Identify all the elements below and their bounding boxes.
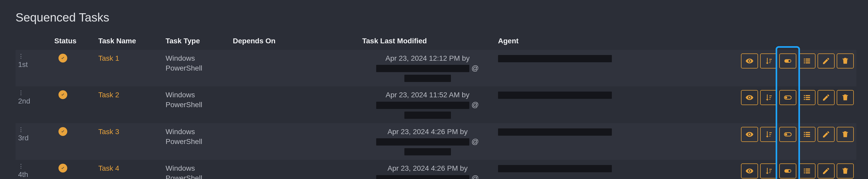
view-button[interactable] <box>741 163 758 178</box>
redacted-user <box>376 65 469 72</box>
svg-rect-30 <box>804 173 805 174</box>
sort-button[interactable] <box>760 127 777 142</box>
agent-cell <box>495 123 723 160</box>
svg-rect-26 <box>804 169 805 170</box>
depends-on-cell <box>230 86 360 123</box>
redacted-domain <box>404 75 451 82</box>
redacted-user <box>376 138 469 146</box>
edit-button[interactable] <box>817 163 835 178</box>
list-button[interactable] <box>798 90 815 105</box>
page-title: Sequenced Tasks <box>16 10 852 24</box>
view-button[interactable] <box>741 90 758 105</box>
svg-rect-14 <box>804 99 805 100</box>
toggle-button[interactable] <box>779 53 796 69</box>
order-label: 2nd <box>18 97 30 105</box>
order-label: 4th <box>18 171 28 178</box>
view-button[interactable] <box>741 127 758 142</box>
toggle-button[interactable] <box>779 90 796 105</box>
task-name-link[interactable]: Task 4 <box>98 164 119 172</box>
svg-rect-20 <box>804 134 805 135</box>
agent-cell <box>495 160 723 179</box>
status-check-icon <box>59 54 67 62</box>
actions-cell <box>723 123 856 160</box>
svg-point-1 <box>788 60 790 62</box>
svg-rect-11 <box>806 95 810 96</box>
svg-rect-3 <box>806 59 810 60</box>
svg-rect-7 <box>806 62 810 63</box>
last-modified-cell: Apr 23, 2024 4:26 PM by @ <box>360 123 495 160</box>
svg-rect-29 <box>806 171 810 172</box>
edit-button[interactable] <box>817 53 835 69</box>
toggle-button[interactable] <box>779 127 796 142</box>
table-row: ⋮2ndTask 2Windows PowerShellApr 23, 2024… <box>16 86 856 123</box>
task-type-cell: Windows PowerShell <box>163 86 230 123</box>
drag-handle-icon[interactable]: ⋮ <box>18 90 49 96</box>
order-label: 3rd <box>18 134 28 142</box>
col-header-status: Status <box>52 32 96 50</box>
svg-rect-28 <box>804 171 805 172</box>
toggle-button[interactable] <box>779 163 796 178</box>
col-header-task-name: Task Name <box>96 32 163 50</box>
list-button[interactable] <box>798 163 815 178</box>
svg-rect-4 <box>804 60 805 61</box>
actions-cell <box>723 86 856 123</box>
order-label: 1st <box>18 60 28 69</box>
redacted-agent <box>498 128 612 136</box>
col-header-task-type: Task Type <box>163 32 230 50</box>
redacted-domain <box>404 111 451 119</box>
task-name-link[interactable]: Task 3 <box>98 128 119 136</box>
list-button[interactable] <box>798 53 815 69</box>
task-name-link[interactable]: Task 2 <box>98 91 119 99</box>
sort-button[interactable] <box>760 163 777 178</box>
svg-rect-2 <box>804 59 805 60</box>
svg-rect-10 <box>804 95 805 96</box>
drag-handle-icon[interactable]: ⋮ <box>18 53 49 59</box>
col-header-depends-on: Depends On <box>230 32 360 50</box>
redacted-agent <box>498 165 612 172</box>
edit-button[interactable] <box>817 127 835 142</box>
redacted-agent <box>498 92 612 99</box>
task-type-cell: Windows PowerShell <box>163 160 230 179</box>
status-check-icon <box>59 90 67 99</box>
sort-button[interactable] <box>760 90 777 105</box>
agent-cell <box>495 50 723 86</box>
task-type-cell: Windows PowerShell <box>163 123 230 160</box>
task-name-link[interactable]: Task 1 <box>98 54 119 62</box>
delete-button[interactable] <box>837 53 854 69</box>
redacted-user <box>376 175 469 179</box>
view-button[interactable] <box>741 53 758 69</box>
last-modified-cell: Apr 23, 2024 11:52 AM by @ <box>360 86 495 123</box>
list-button[interactable] <box>798 127 815 142</box>
delete-button[interactable] <box>837 127 854 142</box>
actions-cell <box>723 160 856 179</box>
svg-rect-27 <box>806 169 810 170</box>
delete-button[interactable] <box>837 163 854 178</box>
sort-button[interactable] <box>760 53 777 69</box>
svg-rect-19 <box>806 132 810 133</box>
actions-cell <box>723 50 856 86</box>
agent-cell <box>495 86 723 123</box>
delete-button[interactable] <box>837 90 854 105</box>
svg-rect-5 <box>806 60 810 61</box>
table-row: ⋮3rdTask 3Windows PowerShellApr 23, 2024… <box>16 123 856 160</box>
table-row: ⋮1stTask 1Windows PowerShellApr 23, 2024… <box>16 50 856 86</box>
redacted-domain <box>404 148 451 155</box>
depends-on-cell <box>230 50 360 86</box>
last-modified-cell: Apr 23, 2024 4:26 PM by @ <box>360 160 495 179</box>
status-check-icon <box>59 127 67 136</box>
last-modified-cell: Apr 23, 2024 12:12 PM by @ <box>360 50 495 86</box>
status-check-icon <box>59 164 67 173</box>
svg-rect-22 <box>804 136 805 137</box>
drag-handle-icon[interactable]: ⋮ <box>18 163 49 169</box>
svg-rect-13 <box>806 97 810 98</box>
depends-on-cell <box>230 123 360 160</box>
svg-rect-15 <box>806 99 810 100</box>
svg-rect-31 <box>806 173 810 174</box>
task-type-cell: Windows PowerShell <box>163 50 230 86</box>
table-row: ⋮4thTask 4Windows PowerShellApr 23, 2024… <box>16 160 856 179</box>
drag-handle-icon[interactable]: ⋮ <box>18 127 49 133</box>
svg-rect-12 <box>804 97 805 98</box>
edit-button[interactable] <box>817 90 835 105</box>
svg-rect-6 <box>804 62 805 63</box>
redacted-agent <box>498 55 612 62</box>
